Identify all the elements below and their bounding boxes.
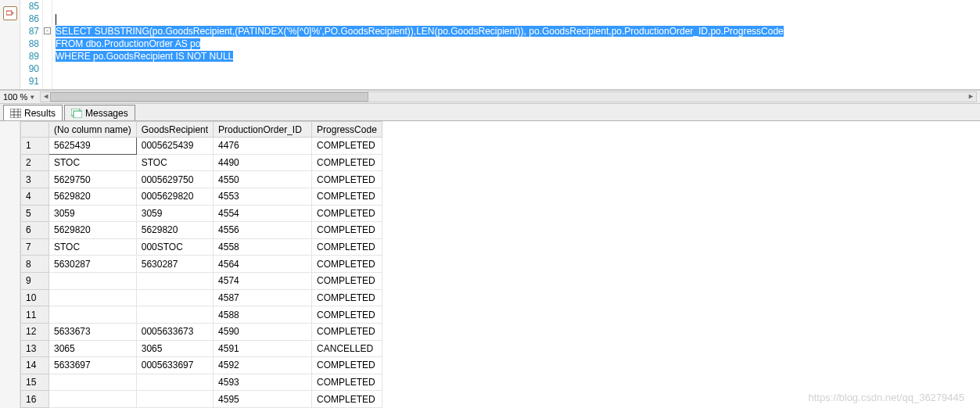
row-number-cell[interactable]: 15 [21,374,49,391]
table-row[interactable]: 3562975000056297504550COMPLETED [21,171,382,188]
code-line[interactable] [56,0,977,13]
cell-pc[interactable]: COMPLETED [312,306,382,324]
row-number-cell[interactable]: 12 [21,323,49,340]
cell-nc[interactable]: 5629820 [49,222,137,239]
cell-gr[interactable] [136,289,213,306]
cell-nc[interactable] [49,374,137,391]
cell-pc[interactable]: COMPLETED [312,323,382,340]
table-row[interactable]: 7STOC000STOC4558COMPLETED [21,238,382,256]
code-line[interactable] [56,63,977,75]
row-number-cell[interactable]: 8 [21,256,49,273]
cell-po[interactable]: 4553 [214,188,312,205]
cell-gr[interactable]: 0005633673 [136,323,213,340]
fold-gutter[interactable]: - [43,0,52,89]
scroll-left-icon[interactable]: ◄ [42,92,49,100]
table-row[interactable]: 1562543900056254394476COMPLETED [21,138,382,155]
table-row[interactable]: 114588COMPLETED [21,306,382,324]
cell-nc[interactable]: 5625439 [49,138,137,155]
code-line[interactable] [56,13,977,25]
code-line[interactable] [56,75,977,88]
cell-po[interactable]: 4587 [214,289,312,306]
breakpoint-toggle-icon[interactable] [3,6,17,20]
table-row[interactable]: 164595COMPLETED [21,391,382,408]
scrollbar-thumb[interactable] [50,92,368,102]
code-line[interactable]: SELECT SUBSTRING(po.GoodsRecipient,(PATI… [56,25,977,38]
cell-gr[interactable]: 000STOC [136,238,213,256]
code-text-area[interactable]: SELECT SUBSTRING(po.GoodsRecipient,(PATI… [52,0,980,89]
cell-po[interactable]: 4588 [214,306,312,324]
table-row[interactable]: 104587COMPLETED [21,289,382,306]
row-number-cell[interactable]: 3 [21,171,49,188]
cell-gr[interactable] [136,374,213,391]
table-row[interactable]: 14563369700056336974592COMPLETED [21,357,382,374]
cell-pc[interactable]: COMPLETED [312,238,382,256]
cell-po[interactable]: 4590 [214,323,312,340]
row-number-cell[interactable]: 11 [21,306,49,324]
horizontal-scrollbar[interactable]: ◄ ► [40,91,977,102]
cell-po[interactable]: 4476 [214,138,312,155]
row-number-cell[interactable]: 10 [21,289,49,306]
cell-nc[interactable]: 3059 [49,205,137,222]
row-number-cell[interactable]: 4 [21,188,49,205]
cell-nc[interactable] [49,289,137,306]
row-number-cell[interactable]: 5 [21,205,49,222]
cell-po[interactable]: 4556 [214,222,312,239]
cell-gr[interactable]: 0005629820 [136,188,213,205]
cell-gr[interactable] [136,306,213,324]
cell-pc[interactable]: COMPLETED [312,222,382,239]
zoom-level[interactable]: 100 % [3,92,27,102]
cell-gr[interactable]: 0005629750 [136,171,213,188]
table-row[interactable]: 8563028756302874564COMPLETED [21,256,382,273]
row-number-cell[interactable]: 16 [21,391,49,408]
cell-gr[interactable]: 5630287 [136,256,213,273]
cell-nc[interactable]: 5630287 [49,256,137,273]
cell-nc[interactable]: 3065 [49,340,137,357]
cell-nc[interactable] [49,391,137,408]
cell-gr[interactable]: 3059 [136,205,213,222]
table-row[interactable]: 4562982000056298204553COMPLETED [21,188,382,205]
tab-results[interactable]: Results [3,105,63,120]
row-number-cell[interactable]: 13 [21,340,49,357]
col-header-nocolname[interactable]: (No column name) [49,122,137,138]
row-number-cell[interactable]: 14 [21,357,49,374]
table-row[interactable]: 94574COMPLETED [21,273,382,290]
cell-po[interactable]: 4554 [214,205,312,222]
cell-po[interactable]: 4592 [214,357,312,374]
cell-gr[interactable]: 0005633697 [136,357,213,374]
row-header-corner[interactable] [21,122,49,138]
fold-collapse-icon[interactable]: - [44,27,51,34]
cell-nc[interactable]: STOC [49,238,137,256]
row-number-cell[interactable]: 9 [21,273,49,290]
tab-messages[interactable]: Messages [64,105,135,120]
cell-pc[interactable]: COMPLETED [312,138,382,155]
col-header-productionorderid[interactable]: ProductionOrder_ID [214,122,312,138]
table-row[interactable]: 154593COMPLETED [21,374,382,391]
cell-po[interactable]: 4558 [214,238,312,256]
scroll-right-icon[interactable]: ► [967,92,975,100]
cell-nc[interactable] [49,273,137,290]
row-number-cell[interactable]: 1 [21,138,49,155]
cell-pc[interactable]: COMPLETED [312,256,382,273]
cell-gr[interactable]: 5629820 [136,222,213,239]
cell-pc[interactable]: COMPLETED [312,289,382,306]
cell-nc[interactable] [49,306,137,324]
cell-po[interactable]: 4574 [214,273,312,290]
row-number-cell[interactable]: 6 [21,222,49,239]
cell-pc[interactable]: COMPLETED [312,188,382,205]
cell-pc[interactable]: COMPLETED [312,391,382,408]
zoom-dropdown-icon[interactable]: ▼ [29,94,35,101]
code-line[interactable]: FROM dbo.ProductionOrder AS po [56,38,977,50]
cell-nc[interactable]: 5633673 [49,323,137,340]
row-number-cell[interactable]: 7 [21,238,49,256]
cell-pc[interactable]: COMPLETED [312,357,382,374]
table-row[interactable]: 6562982056298204556COMPLETED [21,222,382,239]
cell-po[interactable]: 4490 [214,154,312,171]
cell-po[interactable]: 4564 [214,256,312,273]
cell-gr[interactable]: 0005625439 [136,138,213,155]
cell-pc[interactable]: COMPLETED [312,171,382,188]
cell-nc[interactable]: 5629820 [49,188,137,205]
cell-nc[interactable]: 5629750 [49,171,137,188]
cell-nc[interactable]: 5633697 [49,357,137,374]
col-header-goodsrecipient[interactable]: GoodsRecipient [136,122,213,138]
table-row[interactable]: 13306530654591CANCELLED [21,340,382,357]
